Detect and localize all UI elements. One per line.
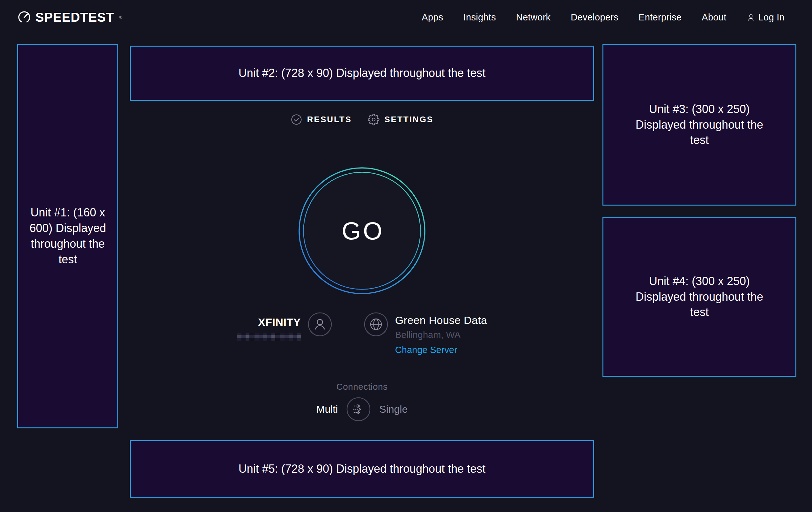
tab-settings-label: SETTINGS [384,115,433,125]
speedtest-logo[interactable]: SPEEDTEST ® [17,10,122,25]
connections-section: Connections Multi [130,382,594,421]
multi-connection-arrows-icon [346,397,371,421]
user-circle-icon [308,312,332,336]
ad-unit-1-skyscraper[interactable]: Unit #1: (160 x 600) Displayed throughou… [17,44,118,428]
ad-unit-5-leaderboard[interactable]: Unit #5: (728 x 90) Displayed throughout… [130,440,594,498]
isp-info: XFINITY [237,312,332,341]
brand-trademark: ® [119,15,122,20]
redacted-ip-pixelation [237,332,301,341]
login-label: Log In [758,12,785,23]
login-button[interactable]: Log In [747,12,785,23]
brand-name: SPEEDTEST [35,10,114,25]
nav-item-network[interactable]: Network [516,12,550,23]
connections-toggle-button[interactable] [346,397,371,421]
ad-unit-4-text: Unit #4: (300 x 250) Displayed throughou… [635,274,764,321]
nav-item-apps[interactable]: Apps [422,12,443,23]
check-circle-icon [291,114,302,126]
nav-item-insights[interactable]: Insights [463,12,496,23]
tab-results-label: RESULTS [307,115,352,125]
ad-unit-1-text: Unit #1: (160 x 600) Displayed throughou… [29,205,107,268]
isp-name: XFINITY [258,316,301,328]
server-name: Green House Data [395,314,487,327]
connections-label: Connections [336,382,387,392]
ad-unit-2-leaderboard[interactable]: Unit #2: (728 x 90) Displayed throughout… [130,46,594,101]
nav-item-developers[interactable]: Developers [571,12,618,23]
ad-unit-2-text: Unit #2: (728 x 90) Displayed throughout… [238,65,486,81]
tabs-row: RESULTS SETTINGS [130,114,594,126]
tab-results[interactable]: RESULTS [291,114,352,126]
tab-settings[interactable]: SETTINGS [368,114,433,126]
server-info: Green House Data Bellingham, WA Change S… [364,312,487,355]
gear-icon [368,114,379,126]
globe-circle-icon [364,312,388,336]
main-nav: Apps Insights Network Developers Enterpr… [422,12,785,23]
ad-unit-5-text: Unit #5: (728 x 90) Displayed throughout… [238,461,486,477]
go-button[interactable]: GO [298,167,426,295]
ad-unit-3-text: Unit #3: (300 x 250) Displayed throughou… [635,102,764,149]
top-navbar: SPEEDTEST ® Apps Insights Network Develo… [0,0,812,34]
ad-unit-4-rectangle[interactable]: Unit #4: (300 x 250) Displayed throughou… [603,217,796,377]
user-icon [747,13,755,22]
nav-item-about[interactable]: About [702,12,726,23]
go-button-label: GO [298,167,426,295]
speedtest-gauge-icon [17,10,31,24]
change-server-link[interactable]: Change Server [395,345,457,355]
connections-option-multi[interactable]: Multi [316,403,338,415]
server-location: Bellingham, WA [395,330,461,340]
connections-option-single[interactable]: Single [379,403,408,415]
nav-item-enterprise[interactable]: Enterprise [638,12,682,23]
provider-row: XFINITY Green Hou [130,312,594,355]
ad-unit-3-rectangle[interactable]: Unit #3: (300 x 250) Displayed throughou… [603,44,796,206]
